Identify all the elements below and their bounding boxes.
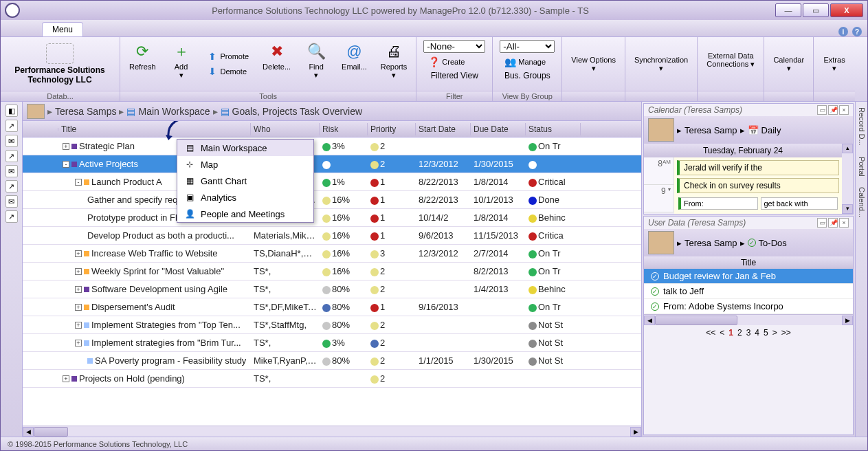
group-label-database[interactable]: Datab...: [1, 91, 120, 101]
col-title[interactable]: Title: [58, 123, 251, 135]
scroll-up[interactable]: ▴: [842, 144, 853, 153]
find-button[interactable]: 🔍Find▾: [300, 40, 333, 88]
col-start[interactable]: Start Date: [416, 123, 471, 135]
rail-icon[interactable]: ↗: [5, 120, 18, 132]
email-button[interactable]: @Email...: [337, 40, 372, 88]
help-icon[interactable]: ?: [852, 27, 862, 36]
cal-bc-daily[interactable]: Daily: [761, 125, 781, 135]
scroll-down[interactable]: ▾: [842, 204, 853, 214]
rail-icon[interactable]: ↗: [5, 180, 18, 192]
extras-button[interactable]: Extras▾: [818, 40, 851, 88]
side-tab-record[interactable]: Record D...: [857, 102, 867, 151]
page-4[interactable]: 4: [755, 328, 759, 338]
minimize-button[interactable]: —: [775, 3, 801, 17]
table-row[interactable]: +Software Development using AgileTS*,80%…: [23, 280, 641, 298]
tree-expand-icon[interactable]: +: [75, 304, 82, 311]
ud-bc-todos[interactable]: To-Dos: [759, 238, 787, 248]
bc-view[interactable]: Goals, Projects Task Overview: [232, 106, 363, 117]
todo-item[interactable]: ✓Budget review for Jan & Feb: [644, 269, 853, 284]
bc-workspace[interactable]: Main Workspace: [138, 106, 210, 117]
cal-from-field[interactable]: From:: [678, 197, 758, 210]
table-row[interactable]: Develop Product as both a producti...Mat…: [23, 227, 641, 245]
table-row[interactable]: +Implement strategies from "Brim Tur...T…: [23, 334, 641, 352]
close-button[interactable]: X: [830, 3, 863, 17]
cal-event[interactable]: Jerald will verify if the: [677, 160, 839, 175]
table-row[interactable]: -Active Projects212/3/20121/30/2015: [23, 155, 641, 173]
todo-item[interactable]: ✓talk to Jeff: [644, 284, 853, 299]
tree-expand-icon[interactable]: +: [75, 268, 82, 275]
h-scrollbar[interactable]: ◀ ▶: [23, 426, 641, 437]
scroll-right[interactable]: ▶: [630, 427, 641, 437]
group-select[interactable]: -All-: [500, 40, 555, 53]
page-1[interactable]: 1: [728, 328, 733, 338]
add-button[interactable]: ＋Add▾: [165, 40, 198, 88]
view-options-button[interactable]: View Options▾: [566, 40, 621, 88]
tree-expand-icon[interactable]: -: [75, 179, 82, 186]
panel-pin-icon[interactable]: 📌: [828, 105, 838, 115]
tree-expand-icon[interactable]: +: [63, 375, 69, 382]
side-tab-calendar[interactable]: Calend...: [857, 182, 867, 223]
page-3[interactable]: 3: [746, 328, 751, 338]
col-priority[interactable]: Priority: [368, 123, 416, 135]
panel-collapse-icon[interactable]: ▭: [817, 105, 827, 115]
page-2[interactable]: 2: [737, 328, 742, 338]
synchronization-button[interactable]: Synchronization▾: [630, 40, 693, 88]
col-who[interactable]: Who: [251, 123, 320, 135]
panel-close-icon[interactable]: ×: [839, 218, 849, 228]
table-row[interactable]: +Dispersement's AuditTS*,DF,MikeT,...80%…: [23, 298, 641, 316]
cal-getback-field[interactable]: get back with: [761, 197, 838, 210]
table-row[interactable]: +Increase Web Traffic to WebsiteTS,Diana…: [23, 245, 641, 263]
promote-button[interactable]: ⬆Promote: [202, 50, 254, 63]
table-row[interactable]: +Weekly Sprint for "Most Valuable"TS*,16…: [23, 263, 641, 280]
panel-pin-icon[interactable]: 📌: [828, 218, 838, 228]
delete-button[interactable]: ✖Delete...: [258, 40, 296, 88]
tree-expand-icon[interactable]: +: [75, 286, 82, 293]
scroll-left[interactable]: ◀: [23, 427, 34, 437]
table-row[interactable]: +Projects on Hold (pending)TS*,2: [23, 370, 641, 388]
dd-gantt[interactable]: ▦Gantt Chart: [177, 173, 313, 189]
manage-groups-button[interactable]: 👥Manage: [500, 55, 555, 69]
scroll-thumb[interactable]: [34, 427, 68, 437]
group-label-filter[interactable]: Filter: [416, 91, 492, 101]
cal-event[interactable]: Check in on survey results: [677, 178, 839, 193]
create-filter-button[interactable]: ❓Create: [423, 55, 485, 69]
rail-icon[interactable]: ✉: [5, 135, 18, 147]
cal-date[interactable]: Tuesday, February 24: [644, 144, 842, 157]
filter-select[interactable]: -None-: [423, 40, 485, 53]
menu-tab[interactable]: Menu: [42, 22, 83, 36]
rail-icon[interactable]: ↗: [5, 210, 18, 223]
rail-icon[interactable]: ↗: [5, 150, 18, 162]
cal-bc-user[interactable]: Teresa Samp: [685, 125, 737, 135]
rail-icon[interactable]: ✉: [5, 165, 18, 177]
dd-map[interactable]: ⊹Map: [177, 156, 313, 173]
todo-item[interactable]: ✓From: Adobe Systems Incorpo: [644, 299, 853, 314]
info-icon[interactable]: i: [838, 27, 848, 36]
panel-collapse-icon[interactable]: ▭: [817, 218, 827, 228]
ud-bc-user[interactable]: Teresa Samp: [685, 238, 737, 248]
side-tab-portal[interactable]: Portal: [857, 151, 867, 182]
dd-analytics[interactable]: ▣Analytics: [177, 189, 313, 206]
tree-expand-icon[interactable]: +: [63, 143, 69, 150]
dd-people[interactable]: 👤People and Meetings: [177, 206, 313, 222]
demote-button[interactable]: ⬇Demote: [202, 65, 254, 78]
refresh-button[interactable]: ⟳Refresh: [124, 40, 161, 88]
dd-main-workspace[interactable]: ▤Main Workspace: [177, 140, 313, 156]
col-risk[interactable]: Risk: [320, 123, 368, 135]
calendar-button[interactable]: Calendar▾: [768, 40, 809, 88]
table-row[interactable]: Gather and specify requirementsDianaH,Ry…: [23, 191, 641, 209]
rail-icon[interactable]: ◧: [5, 104, 18, 117]
page-first[interactable]: <<: [706, 328, 715, 338]
page-next[interactable]: >: [772, 328, 777, 338]
table-row[interactable]: Prototype product in Flash and rec...Mar…: [23, 209, 641, 227]
external-data-button[interactable]: External DataConnections ▾: [702, 40, 759, 88]
todo-col-title[interactable]: Title: [644, 256, 853, 269]
col-status[interactable]: Status: [526, 123, 581, 135]
page-5[interactable]: 5: [764, 328, 768, 338]
rail-icon[interactable]: ✉: [5, 195, 18, 208]
table-row[interactable]: SA Poverty program - Feasibility studyMi…: [23, 352, 641, 370]
page-prev[interactable]: <: [720, 328, 724, 338]
panel-close-icon[interactable]: ×: [839, 105, 849, 115]
table-row[interactable]: -Launch Product AMariaS*,...1%18/22/2013…: [23, 173, 641, 191]
tree-expand-icon[interactable]: +: [75, 250, 82, 257]
reports-button[interactable]: 🖨Reports▾: [376, 40, 412, 88]
